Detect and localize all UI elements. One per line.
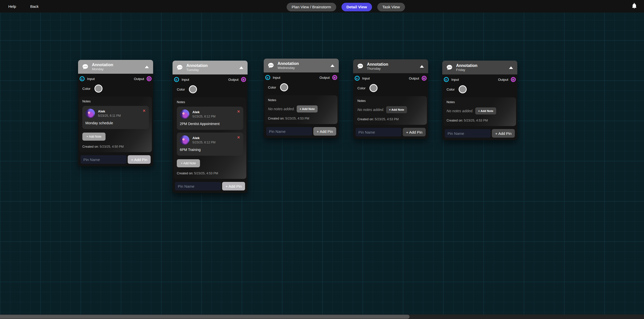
horizontal-scrollbar-track[interactable] xyxy=(0,314,644,319)
note-head: Alek 5/23/25, 6:12 PM xyxy=(180,135,240,145)
add-note-button[interactable]: + Add Note xyxy=(386,106,407,113)
created-row: Created on: 5/23/25, 4:53 PM xyxy=(177,172,243,175)
created-date: 5/23/25, 4:53 PM xyxy=(375,117,399,121)
input-label: Input xyxy=(87,77,95,81)
output-handle[interactable] xyxy=(422,76,427,81)
color-swatch[interactable] xyxy=(189,85,197,93)
card-header[interactable]: Annotation Monday xyxy=(78,60,153,74)
annotation-card-thursday[interactable]: Annotation Thursday Input Output Color N… xyxy=(353,59,428,139)
notes-title: Notes xyxy=(82,100,149,103)
pin-name-input[interactable] xyxy=(266,127,312,136)
collapse-arrow-icon[interactable] xyxy=(145,66,149,68)
card-title: Annotation xyxy=(367,62,420,67)
note-close-icon[interactable]: ✕ xyxy=(237,109,240,113)
tab-task-view[interactable]: Task View xyxy=(377,3,405,11)
created-row: Created on: 5/23/25, 4:50 PM xyxy=(82,145,149,148)
notes-panel: Notes Alek 5/23/25, 6:12 PM ✕ 2PM Dentis… xyxy=(174,97,246,179)
annotation-card-wednesday[interactable]: Annotation Wednesday Input Output Color … xyxy=(264,59,339,138)
card-header[interactable]: Annotation Friday xyxy=(442,61,517,74)
pin-name-input[interactable] xyxy=(445,129,491,138)
ports-row: Input Output xyxy=(442,74,517,82)
color-row: Color xyxy=(442,82,517,97)
input-handle[interactable] xyxy=(444,77,449,82)
output-handle[interactable] xyxy=(332,75,337,80)
back-link[interactable]: Back xyxy=(30,0,39,13)
color-swatch[interactable] xyxy=(369,84,378,92)
created-date: 5/23/25, 4:53 PM xyxy=(464,119,488,122)
notes-title: Notes xyxy=(268,98,334,102)
output-handle[interactable] xyxy=(511,77,516,82)
annotation-card-tuesday[interactable]: Annotation Tuesday Input Output Color No… xyxy=(173,61,248,193)
output-label: Output xyxy=(134,77,144,81)
note-timestamp: 5/23/25, 6:12 PM xyxy=(192,141,215,144)
card-title: Annotation xyxy=(456,63,509,68)
tab-detail-view[interactable]: Detail View xyxy=(342,3,372,11)
add-pin-button[interactable]: + Add Pin xyxy=(492,129,515,138)
empty-notes-row: No notes added. + Add Note xyxy=(357,106,424,113)
output-label: Output xyxy=(498,78,508,82)
pin-name-input[interactable] xyxy=(356,128,401,136)
output-port-group: Output xyxy=(409,76,427,81)
notes-panel: Notes No notes added. + Add Note Created… xyxy=(265,95,337,124)
color-swatch[interactable] xyxy=(280,83,288,91)
add-note-button[interactable]: + Add Note xyxy=(177,159,200,167)
card-header[interactable]: Annotation Tuesday xyxy=(173,61,248,74)
output-handle[interactable] xyxy=(241,77,246,82)
horizontal-scrollbar-thumb[interactable] xyxy=(0,315,410,319)
input-handle[interactable] xyxy=(355,76,360,81)
input-label: Input xyxy=(273,76,280,79)
card-header[interactable]: Annotation Wednesday xyxy=(264,59,339,72)
input-handle[interactable] xyxy=(80,76,85,81)
pin-name-input[interactable] xyxy=(175,182,221,190)
card-header[interactable]: Annotation Thursday xyxy=(353,59,428,73)
output-label: Output xyxy=(228,78,239,82)
annotation-card-friday[interactable]: Annotation Friday Input Output Color Not… xyxy=(442,61,517,140)
collapse-arrow-icon[interactable] xyxy=(509,66,513,69)
color-label: Color xyxy=(268,86,276,89)
note-close-icon[interactable]: ✕ xyxy=(237,135,240,139)
card-title: Annotation xyxy=(92,63,145,67)
created-label: Created on: xyxy=(357,117,374,121)
add-pin-button[interactable]: + Add Pin xyxy=(128,155,151,164)
card-header-text: Annotation Tuesday xyxy=(186,63,239,72)
help-link[interactable]: Help xyxy=(8,0,16,13)
input-port-group: Input xyxy=(444,77,459,82)
bell-icon[interactable] xyxy=(631,3,637,10)
add-pin-button[interactable]: + Add Pin xyxy=(313,127,336,136)
add-note-button[interactable]: + Add Note xyxy=(82,133,106,141)
pin-name-input[interactable] xyxy=(81,155,126,164)
note-timestamp: 5/23/25, 6:11 PM xyxy=(98,114,121,117)
tab-plan-view[interactable]: Plan View / Brainstorm xyxy=(287,3,336,11)
collapse-arrow-icon[interactable] xyxy=(420,65,424,68)
note-close-icon[interactable]: ✕ xyxy=(143,109,146,113)
add-pin-button[interactable]: + Add Pin xyxy=(222,182,245,190)
ports-row: Input Output xyxy=(173,74,248,82)
created-row: Created on: 5/23/25, 4:53 PM xyxy=(357,117,424,121)
collapse-arrow-icon[interactable] xyxy=(239,66,243,69)
chat-bubble-icon xyxy=(267,62,275,69)
input-port-group: Input xyxy=(355,76,370,81)
input-handle[interactable] xyxy=(174,77,179,82)
annotation-card-monday[interactable]: Annotation Monday Input Output Color Not… xyxy=(78,60,153,166)
card-subtitle: Friday xyxy=(456,68,509,72)
empty-notes-text: No notes added. xyxy=(268,107,295,111)
note-card: Alek 5/23/25, 6:11 PM ✕ Monday schedule xyxy=(82,106,149,129)
avatar xyxy=(180,135,189,145)
color-label: Color xyxy=(82,87,90,91)
color-label: Color xyxy=(447,88,455,91)
output-port-group: Output xyxy=(134,76,152,81)
add-note-button[interactable]: + Add Note xyxy=(475,107,496,114)
created-row: Created on: 5/23/25, 4:53 PM xyxy=(447,119,513,122)
note-head: Alek 5/23/25, 6:11 PM xyxy=(85,109,146,118)
ports-row: Input Output xyxy=(78,74,153,81)
add-pin-button[interactable]: + Add Pin xyxy=(403,128,426,136)
input-handle[interactable] xyxy=(265,75,270,80)
color-swatch[interactable] xyxy=(94,85,103,93)
collapse-arrow-icon[interactable] xyxy=(330,64,334,67)
empty-notes-text: No notes added. xyxy=(447,109,473,113)
color-swatch[interactable] xyxy=(459,85,467,93)
output-handle[interactable] xyxy=(147,76,152,81)
input-port-group: Input xyxy=(80,76,95,81)
add-note-button[interactable]: + Add Note xyxy=(297,105,318,112)
notes-title: Notes xyxy=(447,100,513,104)
